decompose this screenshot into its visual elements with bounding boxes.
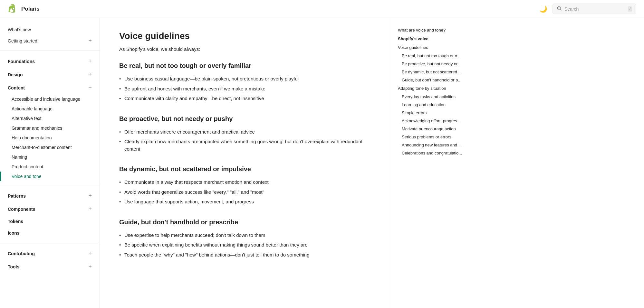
expand-tools-icon: + xyxy=(88,263,92,270)
topnav: Polaris 🌙 Search / xyxy=(0,0,644,18)
sidebar-extra-section: Patterns + Components + Tokens Icons xyxy=(0,188,100,240)
expand-design-icon: + xyxy=(88,71,92,78)
bullet-list-be-real: Use business casual language—be plain-sp… xyxy=(119,74,370,104)
sidebar-item-accessible-inclusive[interactable]: Accessible and inclusive language xyxy=(0,94,100,104)
sidebar-item-grammar-mechanics[interactable]: Grammar and mechanics xyxy=(0,123,100,133)
sidebar-category-icons[interactable]: Icons xyxy=(0,227,100,239)
toc-item-simple-errors[interactable]: Simple errors xyxy=(395,109,468,117)
sidebar-item-naming[interactable]: Naming xyxy=(0,152,100,162)
bullet-item: Use expertise to help merchants succeed;… xyxy=(119,230,370,240)
expand-components-icon: + xyxy=(88,206,92,212)
sidebar-item-merchant-customer[interactable]: Merchant-to-customer content xyxy=(0,143,100,152)
sidebar-category-components[interactable]: Components + xyxy=(0,202,100,216)
sidebar-category-tokens[interactable]: Tokens xyxy=(0,216,100,227)
main-layout: What's new Getting started + Foundations… xyxy=(0,18,644,308)
bullet-item: Communicate with clarity and empathy—be … xyxy=(119,94,370,104)
search-icon xyxy=(557,6,562,12)
expand-foundations-icon: + xyxy=(88,58,92,65)
bullet-list-be-proactive: Offer merchants sincere encouragement an… xyxy=(119,127,370,154)
search-bar[interactable]: Search / xyxy=(553,4,636,14)
toc-item-learning[interactable]: Learning and education xyxy=(395,101,468,109)
toc-item-announcing[interactable]: Announcing new features and ... xyxy=(395,141,468,149)
bullet-item: Communicate in a way that respects merch… xyxy=(119,177,370,187)
page-intro: As Shopify's voice, we should always: xyxy=(119,46,370,52)
sidebar-category-contributing[interactable]: Contributing + xyxy=(0,247,100,260)
sidebar-divider-1 xyxy=(0,51,100,51)
toc-item-serious[interactable]: Serious problems or errors xyxy=(395,133,468,141)
bullet-list-be-dynamic: Communicate in a way that respects merch… xyxy=(119,177,370,207)
sidebar-category-patterns[interactable]: Patterns + xyxy=(0,189,100,202)
sidebar-item-whats-new[interactable]: What's new xyxy=(0,24,100,35)
bullet-item: Be upfront and honest with merchants, ev… xyxy=(119,84,370,94)
bullet-item: Offer merchants sincere encouragement an… xyxy=(119,127,370,137)
bullet-item: Avoid words that generalize success like… xyxy=(119,187,370,197)
main-content: Voice guidelines As Shopify's voice, we … xyxy=(100,18,390,308)
sidebar-item-getting-started[interactable]: Getting started + xyxy=(0,35,100,47)
search-shortcut-badge: / xyxy=(628,6,632,12)
expand-patterns-icon: + xyxy=(88,192,92,199)
sidebar-main-section: Foundations + Design + Content − Accessi… xyxy=(0,53,100,182)
toc-item-everyday[interactable]: Everyday tasks and activities xyxy=(395,93,468,101)
sidebar-item-help-documentation[interactable]: Help documentation xyxy=(0,133,100,143)
sidebar-category-foundations[interactable]: Foundations + xyxy=(0,55,100,68)
sidebar-item-product-content[interactable]: Product content xyxy=(0,162,100,172)
toc-item-what-are[interactable]: What are voice and tone? xyxy=(395,26,468,34)
sidebar-item-alternative-text[interactable]: Alternative text xyxy=(0,114,100,123)
section-heading-be-proactive: Be proactive, but not needy or pushy xyxy=(119,115,370,123)
sidebar-bottom-section: Contributing + Tools + xyxy=(0,246,100,275)
sidebar-top-section: What's new Getting started + xyxy=(0,23,100,48)
theme-toggle-icon[interactable]: 🌙 xyxy=(539,5,547,13)
search-placeholder-text: Search xyxy=(564,6,625,12)
bullet-item: Teach people the "why" and "how" behind … xyxy=(119,250,370,260)
expand-getting-started-icon: + xyxy=(88,37,92,44)
sidebar-item-actionable-language[interactable]: Actionable language xyxy=(0,104,100,114)
section-heading-be-dynamic: Be dynamic, but not scattered or impulsi… xyxy=(119,165,370,173)
sidebar-divider-2 xyxy=(0,185,100,185)
bullet-item: Be specific when explaining benefits wit… xyxy=(119,240,370,250)
toc-item-be-proactive[interactable]: Be proactive, but not needy or... xyxy=(395,60,468,68)
expand-content-icon: − xyxy=(88,84,92,91)
section-heading-be-real: Be real, but not too tough or overly fam… xyxy=(119,62,370,70)
bullet-item: Use language that supports action, movem… xyxy=(119,197,370,207)
toc-item-acknowledging[interactable]: Acknowledging effort, progres... xyxy=(395,117,468,125)
toc-item-motivate[interactable]: Motivate or encourage action xyxy=(395,125,468,133)
sidebar-category-tools[interactable]: Tools + xyxy=(0,260,100,273)
page-title: Voice guidelines xyxy=(119,31,370,41)
app-name: Polaris xyxy=(21,6,40,12)
bullet-item: Use business casual language—be plain-sp… xyxy=(119,74,370,84)
toc-item-voice-guidelines[interactable]: Voice guidelines xyxy=(395,43,468,52)
expand-contributing-icon: + xyxy=(88,250,92,257)
shopify-logo-icon xyxy=(8,4,18,14)
toc-item-guide[interactable]: Guide, but don't handhold or p... xyxy=(395,76,468,84)
sidebar-item-voice-and-tone[interactable]: Voice and tone xyxy=(0,172,100,181)
toc-panel: What are voice and tone? Shopify's voice… xyxy=(390,18,474,308)
toc-item-be-dynamic[interactable]: Be dynamic, but not scattered ... xyxy=(395,68,468,76)
toc-item-be-real[interactable]: Be real, but not too tough or o... xyxy=(395,52,468,60)
toc-item-adapting-tone[interactable]: Adapting tone by situation xyxy=(395,84,468,93)
topnav-left: Polaris xyxy=(8,4,40,14)
sidebar: What's new Getting started + Foundations… xyxy=(0,18,100,308)
toc-item-celebrations[interactable]: Celebrations and congratulatio... xyxy=(395,149,468,157)
toc-item-shopifys-voice[interactable]: Shopify's voice xyxy=(395,34,468,43)
bullet-item: Clearly explain how merchants are impact… xyxy=(119,137,370,154)
sidebar-category-content[interactable]: Content − xyxy=(0,81,100,94)
sidebar-category-design[interactable]: Design + xyxy=(0,68,100,81)
section-heading-guide: Guide, but don't handhold or prescribe xyxy=(119,219,370,226)
topnav-right: 🌙 Search / xyxy=(539,4,636,14)
bullet-list-guide: Use expertise to help merchants succeed;… xyxy=(119,230,370,260)
sidebar-divider-3 xyxy=(0,243,100,243)
